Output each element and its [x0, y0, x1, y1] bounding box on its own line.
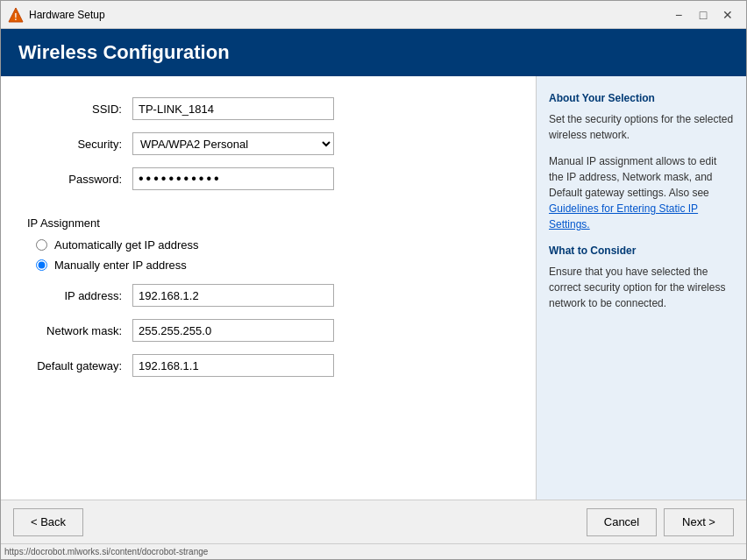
maximize-button[interactable]: □: [692, 6, 715, 24]
ip-address-label: IP address:: [27, 289, 132, 302]
auto-ip-label: Automatically get IP address: [54, 238, 199, 252]
ssid-row: SSID:: [27, 97, 509, 120]
status-bar: https://docrobot.mlworks.si/content/docr…: [1, 543, 746, 559]
main-window: ! Hardware Setup − □ ✕ Wireless Configur…: [0, 0, 747, 560]
network-mask-label: Network mask:: [27, 324, 132, 337]
default-gateway-row: Default gateway:: [27, 354, 509, 377]
content-area: SSID: Security: WPA/WPA2 Personal WEP Op…: [1, 76, 746, 500]
manual-ip-label: Manually enter IP address: [54, 259, 187, 272]
default-gateway-label: Default gateway:: [27, 359, 132, 372]
main-panel: SSID: Security: WPA/WPA2 Personal WEP Op…: [1, 76, 536, 500]
default-gateway-input[interactable]: [132, 354, 334, 377]
back-button[interactable]: < Back: [13, 508, 83, 536]
manual-ip-text: Manual IP assignment allows to edit the …: [549, 153, 734, 232]
what-to-consider-title: What to Consider: [549, 243, 734, 259]
close-button[interactable]: ✕: [716, 6, 739, 24]
auto-ip-radio[interactable]: [36, 239, 47, 251]
network-mask-input[interactable]: [132, 319, 334, 342]
network-mask-row: Network mask:: [27, 319, 509, 342]
password-label: Password:: [27, 173, 132, 186]
ssid-label: SSID:: [27, 103, 132, 116]
app-icon: !: [8, 7, 24, 23]
header-bar: Wireless Configuration: [1, 29, 746, 76]
manual-ip-text-prefix: Manual IP assignment allows to edit the …: [549, 155, 716, 199]
next-button[interactable]: Next >: [664, 508, 734, 536]
ssid-input[interactable]: [132, 97, 334, 120]
footer: < Back Cancel Next >: [1, 500, 746, 543]
password-input[interactable]: [132, 167, 334, 190]
minimize-button[interactable]: −: [667, 6, 690, 24]
static-ip-link[interactable]: Guidelines for Entering Static IP Settin…: [549, 202, 698, 230]
radio-manual-row: Manually enter IP address: [36, 259, 509, 272]
right-panel: About Your Selection Set the security op…: [536, 76, 746, 500]
status-text: https://docrobot.mlworks.si/content/docr…: [4, 547, 208, 556]
radio-auto-row: Automatically get IP address: [36, 238, 509, 252]
svg-text:!: !: [14, 12, 17, 22]
footer-right: Cancel Next >: [587, 508, 734, 536]
password-row: Password:: [27, 167, 509, 190]
ip-section-title: IP Assignment: [27, 216, 509, 230]
cancel-button[interactable]: Cancel: [587, 508, 657, 536]
footer-left: < Back: [13, 508, 587, 536]
ip-section: IP Assignment Automatically get IP addre…: [27, 216, 509, 377]
window-title: Hardware Setup: [29, 9, 667, 21]
ip-address-input[interactable]: [132, 284, 334, 307]
what-to-consider-text: Ensure that you have selected the correc…: [549, 264, 734, 311]
manual-ip-radio[interactable]: [36, 259, 47, 271]
window-controls: − □ ✕: [667, 6, 739, 24]
page-title: Wireless Configuration: [18, 41, 729, 64]
security-select[interactable]: WPA/WPA2 Personal WEP Open WPA Enterpris…: [132, 132, 334, 155]
security-row: Security: WPA/WPA2 Personal WEP Open WPA…: [27, 132, 509, 155]
ip-address-row: IP address:: [27, 284, 509, 307]
security-label: Security:: [27, 138, 132, 151]
title-bar: ! Hardware Setup − □ ✕: [1, 1, 746, 29]
about-selection-text: Set the security options for the selecte…: [549, 111, 734, 143]
about-selection-title: About Your Selection: [549, 90, 734, 106]
